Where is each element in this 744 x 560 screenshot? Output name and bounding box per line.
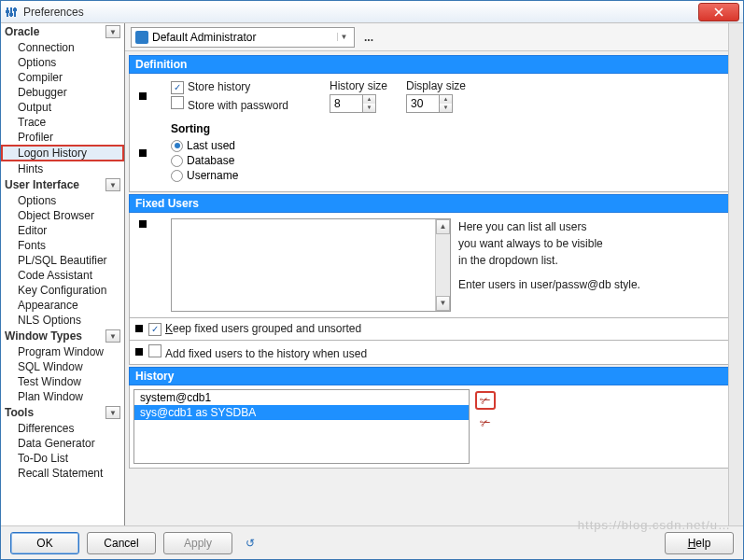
sidebar-category[interactable]: Oracle▼: [1, 23, 124, 40]
keep-grouped-row[interactable]: ✓KKeep fixed users grouped and unsortede…: [148, 322, 361, 336]
bullet-icon: [139, 92, 147, 100]
history-list[interactable]: system@cdb1sys@cdb1 as SYSDBA: [133, 389, 470, 464]
admin-combo[interactable]: Default Administrator ▼: [131, 27, 355, 48]
more-button[interactable]: ...: [360, 31, 377, 44]
sidebar-item[interactable]: Recall Statement: [1, 466, 124, 481]
scrollbar[interactable]: [728, 23, 743, 525]
display-size-input[interactable]: ▲▼: [406, 94, 453, 113]
delete-entry-button-2[interactable]: ✃: [475, 413, 496, 432]
history-item[interactable]: sys@cdb1 as SYSDBA: [134, 405, 469, 420]
sidebar-item[interactable]: Output: [1, 100, 124, 115]
definition-header: Definition: [129, 55, 736, 74]
radio-icon: [171, 155, 183, 167]
sort-database[interactable]: Database: [171, 154, 238, 167]
fixed-users-header: Fixed Users: [129, 194, 736, 213]
svg-rect-4: [9, 13, 13, 16]
delete-icon: ✃: [480, 415, 491, 430]
chevron-down-icon: ▼: [105, 25, 120, 38]
chevron-down-icon: ▼: [105, 329, 120, 343]
history-item[interactable]: system@cdb1: [134, 390, 469, 405]
sidebar-item[interactable]: PL/SQL Beautifier: [1, 253, 124, 268]
sidebar-item[interactable]: Trace: [1, 115, 124, 130]
store-history-row[interactable]: ✓Store history: [171, 80, 311, 94]
sidebar-item[interactable]: Key Configuration: [1, 283, 124, 298]
sidebar-item[interactable]: Logon History: [1, 145, 124, 161]
close-button[interactable]: [698, 3, 739, 21]
fixed-users-help: Here you can list all users you want alw…: [458, 218, 725, 312]
sidebar-item[interactable]: Appearance: [1, 298, 124, 313]
sidebar-item[interactable]: Fonts: [1, 238, 124, 253]
sort-username[interactable]: Username: [171, 169, 238, 182]
delete-icon: ✃: [480, 393, 491, 408]
radio-icon: [171, 140, 183, 152]
history-size-label: History size: [330, 79, 387, 92]
reset-icon[interactable]: ↺: [240, 534, 260, 553]
apply-button[interactable]: Apply: [163, 532, 232, 554]
footer: OK Cancel Apply ↺ Help: [1, 525, 743, 559]
sidebar-item[interactable]: Options: [1, 193, 124, 208]
checkbox-icon: [148, 344, 161, 357]
sidebar-item[interactable]: Profiler: [1, 130, 124, 145]
sidebar-item[interactable]: To-Do List: [1, 451, 124, 466]
sidebar-item[interactable]: Program Window: [1, 344, 124, 359]
main-panel: Definition ✓Store history Store with pas…: [125, 51, 743, 525]
sidebar-item[interactable]: Connection: [1, 40, 124, 55]
history-header: History: [129, 367, 736, 385]
sort-last-used[interactable]: Last used: [171, 139, 238, 152]
admin-icon: [135, 31, 148, 44]
prefs-icon: [5, 5, 20, 20]
sidebar-item[interactable]: Compiler: [1, 70, 124, 85]
checkbox-icon: ✓: [171, 81, 184, 94]
bullet-icon: [139, 220, 147, 228]
window-title: Preferences: [23, 6, 84, 19]
bullet-icon: [135, 325, 143, 332]
sidebar-category[interactable]: Tools▼: [1, 404, 124, 421]
scrollbar[interactable]: ▲▼: [435, 219, 450, 311]
delete-entry-button[interactable]: ✃: [475, 391, 496, 410]
svg-rect-3: [6, 10, 9, 13]
help-button[interactable]: Help: [665, 532, 734, 554]
sidebar-item[interactable]: Differences: [1, 421, 124, 436]
sidebar-item[interactable]: Data Generator: [1, 436, 124, 451]
sidebar-item[interactable]: Test Window: [1, 374, 124, 389]
svg-rect-5: [13, 8, 17, 11]
bullet-icon: [139, 149, 147, 157]
sidebar-item[interactable]: SQL Window: [1, 359, 124, 374]
sidebar-item[interactable]: Plan Window: [1, 389, 124, 404]
cancel-button[interactable]: Cancel: [87, 532, 156, 554]
admin-label: Default Administrator: [152, 31, 256, 44]
sidebar-item[interactable]: Options: [1, 55, 124, 70]
sidebar-item[interactable]: Editor: [1, 223, 124, 238]
add-to-history-row[interactable]: Add fixed users to the history when used: [148, 344, 367, 360]
sidebar-item[interactable]: Debugger: [1, 85, 124, 100]
ok-button[interactable]: OK: [10, 532, 79, 554]
titlebar: Preferences: [1, 1, 743, 23]
sidebar-item[interactable]: Object Browser: [1, 208, 124, 223]
store-password-row[interactable]: Store with password: [171, 96, 311, 112]
chevron-down-icon: ▼: [337, 33, 350, 41]
chevron-down-icon: ▼: [105, 406, 120, 419]
sidebar-category[interactable]: User Interface▼: [1, 176, 124, 193]
sorting-label: Sorting: [171, 122, 238, 135]
checkbox-icon: [171, 96, 184, 109]
chevron-down-icon: ▼: [105, 178, 120, 191]
sidebar-item[interactable]: Hints: [1, 161, 124, 176]
toolbar: Default Administrator ▼ ...: [125, 23, 743, 51]
radio-icon: [171, 170, 183, 182]
checkbox-icon: ✓: [148, 323, 161, 336]
display-size-label: Display size: [406, 79, 466, 92]
sidebar: Oracle▼ConnectionOptionsCompilerDebugger…: [1, 23, 125, 525]
sidebar-item[interactable]: NLS Options: [1, 313, 124, 328]
history-size-input[interactable]: ▲▼: [330, 94, 376, 113]
sidebar-item[interactable]: Code Assistant: [1, 268, 124, 283]
fixed-users-textarea[interactable]: ▲▼: [171, 218, 451, 312]
sidebar-category[interactable]: Window Types▼: [1, 328, 124, 344]
bullet-icon: [135, 348, 143, 356]
